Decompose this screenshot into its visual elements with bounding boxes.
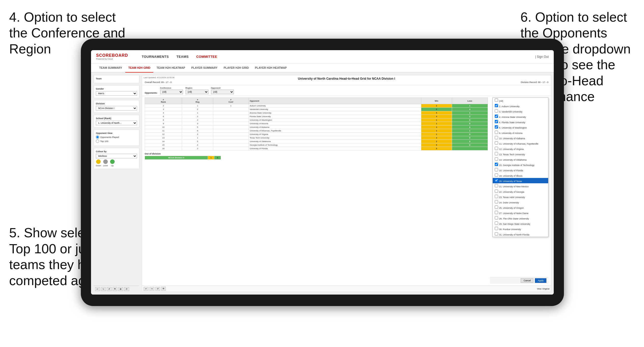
nav-sign-out[interactable]: | Sign Out (535, 55, 549, 59)
subnav-player-h2h-heatmap[interactable]: PLAYER H2H HEATMAP (252, 63, 290, 72)
dropdown-item[interactable]: 30. Purdue University (493, 226, 548, 231)
subnav-team-h2h-grid[interactable]: TEAM H2H GRID (125, 63, 154, 73)
apply-button[interactable]: Apply (535, 278, 546, 283)
radio-opponents-played[interactable]: Opponents Played (96, 135, 137, 139)
dropdown-item[interactable]: 21. University of New Mexico (493, 183, 548, 189)
toolbar-undo[interactable]: ↩ (144, 287, 148, 291)
cell-win: 4 (421, 115, 452, 118)
undo-button[interactable]: ↩ (95, 287, 100, 291)
dropdown-item[interactable]: 24. Duke University (493, 199, 548, 205)
region-filter-label: Region (186, 87, 208, 89)
table-row: 11 6 University of Arkansas, Fayettevill… (145, 129, 488, 133)
copy-button[interactable]: ⧉ (113, 287, 117, 291)
cell-rank: 11 (145, 129, 182, 133)
dropdown-item[interactable]: 11. University of Arkansas, Fayetteville (493, 141, 548, 146)
nav-tournaments[interactable]: TOURNAMENTS (142, 55, 169, 59)
cell-rank: 13 (145, 136, 182, 140)
cell-opponent: University of Arkansas, Fayetteville (248, 129, 421, 133)
dropdown-item[interactable]: 9. University of Arizona (493, 130, 548, 135)
region-filter-select[interactable]: (All) (186, 90, 208, 94)
dropdown-item[interactable]: 15. Georgia Institute of Technology (493, 162, 548, 167)
cell-reg: 4 (182, 143, 213, 147)
out-div-loss: 0 (214, 156, 221, 160)
toolbar-redo[interactable]: ↪ (149, 287, 154, 291)
dropdown-item[interactable]: 28. The Ohio State University (493, 215, 548, 221)
cell-loss: 0 (452, 143, 488, 147)
col-conf: #Conf (213, 98, 249, 104)
dropdown-item[interactable]: 4. Arizona State University (493, 114, 548, 119)
conference-filter-select[interactable]: (All) (160, 90, 183, 94)
cell-rank: 4 (145, 111, 182, 115)
nav-committee[interactable]: COMMITTEE (196, 55, 217, 59)
toolbar-reset[interactable]: ↺ (155, 287, 160, 291)
cell-opponent: University of Washington (248, 118, 421, 122)
cell-conf (213, 111, 249, 115)
colour-select[interactable]: Win/loss (96, 154, 137, 158)
dropdown-item[interactable]: 10. University of Alabama (493, 135, 548, 141)
table-row: 8 2 University of Washington 1 0 (145, 118, 488, 122)
cell-reg: 2 (182, 147, 213, 150)
dropdown-item[interactable]: 20. University of Texas (493, 178, 548, 183)
dropdown-item[interactable]: 6. Florida State University (493, 119, 548, 124)
dropdown-item[interactable]: 23. Texas A&M University (493, 194, 548, 199)
bottom-toolbar: ↩ ↪ ↺ ⧉ View: Original (142, 285, 551, 292)
cell-loss: 0 (452, 118, 488, 122)
sub-nav: TEAM SUMMARY TEAM H2H GRID TEAM H2H HEAT… (91, 63, 554, 73)
dropdown-item[interactable]: 14. University of Oklahoma (493, 157, 548, 162)
sidebar-school-select[interactable]: 1. University of North... (96, 121, 137, 125)
cell-win: 2 (421, 140, 452, 143)
subnav-player-h2h-grid[interactable]: PLAYER H2H GRID (220, 63, 252, 72)
redo-button[interactable]: ↪ (101, 287, 106, 291)
filter-region: Region (All) (186, 87, 208, 94)
dropdown-item[interactable]: 13. Texas Tech University (493, 151, 548, 157)
dropdown-item[interactable]: 8. University of Washington (493, 124, 548, 130)
reset-button[interactable]: ↺ (107, 287, 112, 291)
cell-reg: 5 (182, 126, 213, 129)
cell-opponent: University of Arizona (248, 122, 421, 126)
dropdown-item[interactable]: 31. University of North Florida (493, 231, 548, 237)
sidebar-division-select[interactable]: NCAA Division I (96, 106, 137, 110)
table-row: 4 1 Arizona State University 5 1 (145, 111, 488, 115)
toolbar-copy[interactable]: ⧉ (161, 287, 166, 291)
sidebar-division-section: Division NCAA Division I (94, 100, 139, 113)
sidebar-school-section: School (Rank) 1. University of North... (94, 115, 139, 128)
dropdown-item[interactable]: 2. Auburn University (493, 103, 548, 108)
dropdown-item[interactable]: 27. University of Notre Dame (493, 210, 548, 215)
cell-opponent: University of Virginia (248, 133, 421, 136)
dropdown-item[interactable]: 3. Vanderbilt University (493, 108, 548, 114)
cell-loss: 2 (452, 140, 488, 143)
radio-top100[interactable]: Top 100 (96, 140, 137, 143)
cell-win: 1 (421, 129, 452, 133)
dropdown-item[interactable]: 22. University of Georgia (493, 189, 548, 194)
dropdown-item[interactable]: 12. University of Virginia (493, 146, 548, 151)
cell-loss: 0 (452, 126, 488, 129)
dropdown-item[interactable]: 25. University of Oregon (493, 205, 548, 210)
sidebar-gender-select[interactable]: Men's (96, 91, 137, 96)
sidebar-gender-section: Gender Men's (94, 85, 139, 98)
cancel-button[interactable]: Cancel (521, 278, 533, 283)
opponent-filter-select[interactable]: (All) (211, 90, 234, 94)
subnav-player-summary[interactable]: PLAYER SUMMARY (188, 63, 220, 72)
fit-button[interactable]: ⊞ (118, 287, 123, 291)
logo-sub: Powered by Cloud (96, 58, 136, 60)
view-label: View: Original (537, 288, 549, 290)
table-row: 9 3 University of Arizona 1 0 (145, 122, 488, 126)
nav-teams[interactable]: TEAMS (176, 55, 189, 59)
col-reg: #Reg (182, 98, 213, 104)
dropdown-item[interactable]: 18. University of Illinois (493, 173, 548, 178)
cell-opponent: Auburn University (248, 104, 421, 108)
subnav-team-h2h-heatmap[interactable]: TEAM H2H HEATMAP (153, 63, 188, 72)
cell-rank: 3 (145, 108, 182, 111)
col-opponent: Opponent (248, 98, 421, 104)
opponent-dropdown[interactable]: (All)2. Auburn University3. Vanderbilt U… (492, 98, 548, 237)
cell-opponent: Arizona State University (248, 111, 421, 115)
subnav-team-summary[interactable]: TEAM SUMMARY (96, 63, 125, 72)
dropdown-item[interactable]: 16. University of Florida (493, 167, 548, 173)
dot-level-circle (103, 159, 108, 164)
clock-button[interactable]: ⏱ (124, 287, 129, 291)
tablet-screen: SCOREBOARD Powered by Cloud TOURNAMENTS … (91, 50, 554, 295)
dropdown-item[interactable]: (All) (493, 98, 548, 103)
dropdown-item[interactable]: 29. San Diego State University (493, 221, 548, 226)
cell-reg: 1 (182, 111, 213, 115)
out-div-name: NCAA Division II (145, 156, 208, 160)
